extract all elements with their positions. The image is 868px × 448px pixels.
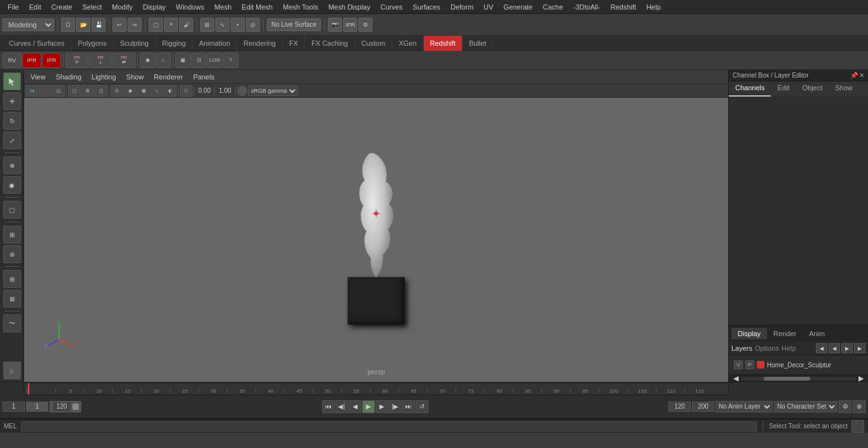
no-live-surface-label[interactable]: No Live Surface — [267, 18, 321, 31]
rotate-tool-button[interactable]: ↻ — [3, 112, 21, 130]
menu-select[interactable]: Select — [78, 2, 107, 12]
layer-prev2-btn[interactable]: ◀ — [829, 343, 840, 353]
no-anim-layer-select[interactable]: No Anim Layer — [715, 401, 773, 412]
tab-show[interactable]: Show — [829, 81, 859, 97]
snap-grid-button[interactable]: ⊞ — [200, 18, 214, 32]
menu-uv[interactable]: UV — [478, 2, 498, 12]
next-key-button[interactable]: |▶ — [389, 400, 402, 413]
panel-pin-icon[interactable]: 📌 — [850, 72, 858, 79]
prev-key-button[interactable]: ◀| — [336, 400, 348, 413]
options-subtab-label[interactable]: Options — [755, 344, 779, 352]
vp-light-btn[interactable]: ☼ — [151, 85, 163, 97]
redo-button[interactable]: ↪ — [128, 18, 142, 32]
scroll-right-btn[interactable]: ▶ — [857, 374, 865, 383]
right-scroll-track[interactable] — [740, 377, 857, 381]
vp-menu-view[interactable]: View — [27, 72, 50, 82]
vp-gate-btn[interactable]: ◫ — [95, 85, 107, 97]
snap-curve-button[interactable]: ∿ — [215, 18, 229, 32]
open-file-button[interactable]: 📂 — [76, 18, 90, 32]
vp-menu-renderer[interactable]: Renderer — [150, 72, 187, 82]
tab-custom[interactable]: Custom — [355, 36, 393, 51]
tab-object[interactable]: Object — [796, 81, 829, 97]
layer-next2-btn[interactable]: ▶ — [854, 343, 865, 353]
vp-cam2-btn[interactable]: 🎥 — [39, 85, 51, 97]
menu-file[interactable]: File — [3, 2, 24, 12]
menu-mesh[interactable]: Mesh — [209, 2, 236, 12]
snap-point-button[interactable]: • — [231, 18, 245, 32]
menu-edit-mesh[interactable]: Edit Mesh — [236, 2, 278, 12]
layer-tab-anim[interactable]: Anim — [803, 328, 831, 339]
layer-next-btn[interactable]: ▶ — [841, 343, 853, 353]
render-settings-button[interactable]: ⚙ — [358, 18, 372, 32]
play-button[interactable]: ▶ — [362, 400, 375, 413]
tab-fx[interactable]: FX — [283, 36, 305, 51]
panel-close-icon[interactable]: ✕ — [859, 72, 864, 79]
layer-prev-btn[interactable]: ◀ — [816, 343, 827, 353]
rs-help-button[interactable]: ? — [223, 53, 238, 68]
sculpt-button[interactable]: 〜 — [3, 315, 21, 332]
vp-smooth-btn[interactable]: ◉ — [124, 85, 137, 97]
anim-options-button[interactable]: ⊕ — [853, 400, 865, 413]
layer-item-home-decor[interactable]: V P Home_Decor_Sculptur — [731, 358, 865, 372]
camera-vis-button[interactable]: ⊞ — [3, 270, 21, 288]
menu-3dtall[interactable]: -3DtoAll- — [568, 2, 606, 12]
paint-select-button[interactable]: 🖌 — [179, 18, 193, 32]
anim-start-input[interactable] — [668, 402, 691, 412]
menu-deform[interactable]: Deform — [445, 2, 478, 12]
tab-curves-surfaces[interactable]: Curves / Surfaces — [3, 36, 71, 51]
soft-select-button[interactable]: ◉ — [3, 176, 21, 194]
rs-rv-button[interactable]: RV — [3, 53, 22, 68]
menu-help[interactable]: Help — [641, 2, 666, 12]
layer-p-button[interactable]: P — [745, 360, 754, 369]
timeline[interactable]: 5 10 15 20 25 30 35 40 45 50 55 60 65 70… — [24, 383, 728, 395]
select-tool-button[interactable] — [3, 72, 21, 90]
rs-pr-button1[interactable]: PR ⟳ — [65, 53, 88, 68]
vp-texture-btn[interactable]: ▦ — [137, 85, 150, 97]
save-file-button[interactable]: 💾 — [92, 18, 105, 32]
menu-create[interactable]: Create — [46, 2, 78, 12]
rs-log-button[interactable]: LOG — [207, 53, 222, 68]
vp-menu-shading[interactable]: Shading — [52, 72, 85, 82]
select-mode-button[interactable]: ▢ — [149, 18, 163, 32]
tab-xgen[interactable]: XGen — [392, 36, 423, 51]
rs-pr-button3[interactable]: PR ⇄ — [112, 53, 135, 68]
menu-cache[interactable]: Cache — [538, 2, 568, 12]
tab-sculpting[interactable]: Sculpting — [114, 36, 156, 51]
start-frame-input[interactable] — [3, 402, 25, 412]
vp-iso-btn[interactable]: ⬡ — [180, 85, 193, 97]
vp-hud-btn[interactable]: ⊞ — [81, 85, 94, 97]
vp-wireframe-btn[interactable]: ⊡ — [111, 85, 123, 97]
tab-animation[interactable]: Animation — [193, 36, 237, 51]
home-button[interactable]: ⌂ — [3, 362, 21, 379]
pin-tool-button[interactable]: ⊛ — [3, 245, 21, 263]
mel-input[interactable] — [21, 421, 757, 431]
vp-menu-show[interactable]: Show — [123, 72, 148, 82]
char-set-options-button[interactable]: ⚙ — [839, 400, 851, 413]
menu-windows[interactable]: Windows — [171, 2, 210, 12]
universal-tool-button[interactable]: ⊕ — [3, 156, 21, 174]
vp-menu-lighting[interactable]: Lighting — [88, 72, 120, 82]
grid-button[interactable]: ⊠ — [3, 290, 21, 308]
menu-mesh-tools[interactable]: Mesh Tools — [278, 2, 323, 12]
loop-button[interactable]: ↺ — [416, 400, 428, 413]
menu-generate[interactable]: Generate — [498, 2, 538, 12]
menu-display[interactable]: Display — [138, 2, 171, 12]
tab-bullet[interactable]: Bullet — [463, 36, 494, 51]
vp-shadow-btn[interactable]: ◐ — [164, 85, 177, 97]
scene-area[interactable]: Y X Z persp — [24, 98, 728, 382]
tab-channels[interactable]: Channels — [729, 81, 771, 97]
rs-settings-button[interactable]: ⊡ — [191, 53, 207, 68]
layer-v-button[interactable]: V — [734, 360, 743, 369]
menu-edit[interactable]: Edit — [24, 2, 46, 12]
tab-redshift[interactable]: Redshift — [424, 36, 463, 51]
vp-cam3-btn[interactable]: ◱ — [52, 85, 65, 97]
skip-to-start-button[interactable]: ⏮ — [322, 400, 335, 413]
lasso-mode-button[interactable]: ⌖ — [164, 18, 178, 32]
vp-cam-btn[interactable]: 📹 — [25, 85, 38, 97]
color-space-select[interactable]: sRGB gamma — [248, 86, 298, 96]
rs-mat-button[interactable]: ▦ — [175, 53, 191, 68]
rs-ipr2-button[interactable]: IPR — [42, 53, 61, 68]
rs-light-button[interactable]: ☼ — [156, 53, 171, 68]
tab-rendering[interactable]: Rendering — [237, 36, 283, 51]
menu-curves[interactable]: Curves — [376, 2, 408, 12]
